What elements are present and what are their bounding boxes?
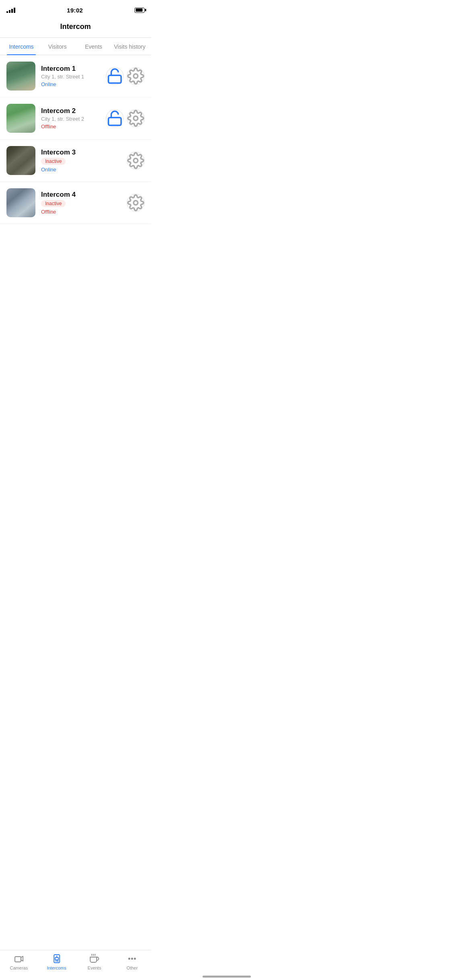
tabs: Intercoms Visitors Events Visits history bbox=[0, 38, 151, 55]
intercom-status-1: Online bbox=[41, 81, 100, 87]
gear-icon-2 bbox=[127, 110, 144, 127]
settings-button-1[interactable] bbox=[127, 67, 145, 85]
svg-rect-2 bbox=[108, 117, 121, 125]
intercom-status-4: Offline bbox=[41, 209, 121, 215]
intercom-name-4: Intercom 4 bbox=[41, 191, 121, 199]
tab-intercoms[interactable]: Intercoms bbox=[3, 38, 39, 55]
intercom-actions-2 bbox=[106, 109, 145, 127]
intercom-name-3: Intercom 3 bbox=[41, 148, 121, 156]
intercom-status-3: Online bbox=[41, 167, 121, 173]
lock-icon-1 bbox=[106, 68, 123, 84]
intercom-info-2: Intercom 2 City 1, str. Street 2 Offline bbox=[41, 107, 100, 130]
svg-point-1 bbox=[134, 74, 138, 78]
svg-point-3 bbox=[134, 116, 138, 121]
intercom-status-2: Offline bbox=[41, 124, 100, 130]
unlock-button-1[interactable] bbox=[106, 67, 124, 85]
intercom-info-1: Intercom 1 City 1, str. Street 1 Online bbox=[41, 65, 100, 87]
settings-button-2[interactable] bbox=[127, 109, 145, 127]
intercom-image-1 bbox=[6, 62, 35, 91]
status-bar: 19:02 bbox=[0, 0, 151, 18]
intercom-image-3 bbox=[6, 146, 35, 175]
page-title: Intercom bbox=[0, 18, 151, 37]
intercom-name-2: Intercom 2 bbox=[41, 107, 100, 115]
svg-rect-0 bbox=[108, 75, 121, 83]
intercom-actions-3 bbox=[127, 152, 145, 169]
intercom-actions-4 bbox=[127, 194, 145, 212]
intercom-item-2: Intercom 2 City 1, str. Street 2 Offline bbox=[0, 97, 151, 140]
svg-point-4 bbox=[134, 159, 138, 163]
intercom-info-4: Intercom 4 Inactive Offline bbox=[41, 191, 121, 215]
signal-icon bbox=[6, 8, 15, 13]
intercom-address-2: City 1, str. Street 2 bbox=[41, 116, 100, 122]
intercom-address-1: City 1, str. Street 1 bbox=[41, 74, 100, 80]
intercom-item-3: Intercom 3 Inactive Online bbox=[0, 140, 151, 182]
intercom-item-1: Intercom 1 City 1, str. Street 1 Online bbox=[0, 55, 151, 97]
intercom-list: Intercom 1 City 1, str. Street 1 Online bbox=[0, 55, 151, 224]
inactive-badge-3: Inactive bbox=[41, 158, 66, 165]
gear-icon-3 bbox=[127, 152, 144, 169]
gear-icon-4 bbox=[127, 194, 144, 211]
tab-visits-history[interactable]: Visits history bbox=[112, 38, 148, 55]
settings-button-4[interactable] bbox=[127, 194, 145, 212]
inactive-badge-4: Inactive bbox=[41, 200, 66, 207]
unlock-button-2[interactable] bbox=[106, 109, 124, 127]
tab-events[interactable]: Events bbox=[76, 38, 112, 55]
intercom-image-4 bbox=[6, 188, 35, 217]
status-time: 19:02 bbox=[67, 7, 83, 14]
battery-icon bbox=[134, 8, 145, 13]
lock-icon-2 bbox=[106, 110, 123, 127]
intercom-actions-1 bbox=[106, 67, 145, 85]
svg-point-5 bbox=[134, 201, 138, 205]
tab-visitors[interactable]: Visitors bbox=[39, 38, 76, 55]
intercom-item-4: Intercom 4 Inactive Offline bbox=[0, 182, 151, 224]
intercom-image-2 bbox=[6, 104, 35, 133]
gear-icon-1 bbox=[127, 68, 144, 84]
intercom-name-1: Intercom 1 bbox=[41, 65, 100, 73]
settings-button-3[interactable] bbox=[127, 152, 145, 169]
intercom-info-3: Intercom 3 Inactive Online bbox=[41, 148, 121, 173]
